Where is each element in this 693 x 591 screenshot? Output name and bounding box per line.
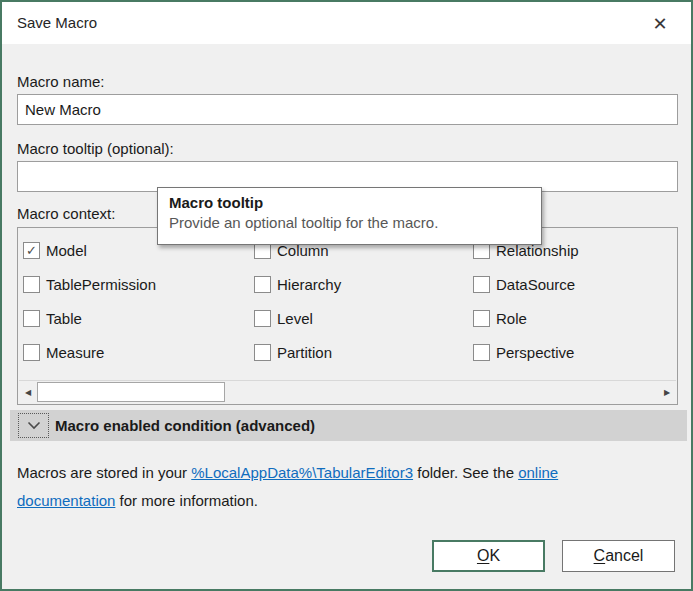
- info-text: Macros are stored in your %LocalAppData%…: [17, 459, 681, 515]
- expander-title: Macro enabled condition (advanced): [55, 417, 315, 434]
- checkbox-label: Table: [46, 310, 82, 327]
- checkbox-table: ✓: [23, 310, 40, 327]
- expander-chevron-button[interactable]: [18, 413, 49, 438]
- checkbox-item-table[interactable]: ✓ Table: [23, 309, 82, 327]
- scroll-right-icon[interactable]: ▶: [658, 381, 676, 403]
- localappdata-folder-link[interactable]: %LocalAppData%\TabularEditor3: [191, 464, 413, 481]
- check-icon: ✓: [26, 244, 37, 257]
- tooltip-popup-title: Macro tooltip: [169, 194, 530, 211]
- checkbox-item-level[interactable]: ✓ Level: [254, 309, 313, 327]
- checkbox-label: Role: [496, 310, 527, 327]
- checkbox-label: TablePermission: [46, 276, 156, 293]
- checkbox-hierarchy: ✓: [254, 276, 271, 293]
- horizontal-scrollbar[interactable]: ◀ ▶: [19, 380, 676, 403]
- macro-context-label: Macro context:: [17, 205, 115, 222]
- chevron-down-icon: [27, 421, 41, 430]
- checkbox-level: ✓: [254, 310, 271, 327]
- checkbox-item-hierarchy[interactable]: ✓ Hierarchy: [254, 275, 341, 293]
- checkbox-perspective: ✓: [473, 344, 490, 361]
- checkbox-item-partition[interactable]: ✓ Partition: [254, 343, 332, 361]
- checkbox-label: Model: [46, 242, 87, 259]
- save-macro-dialog: Save Macro ✕ Macro name: Macro tooltip (…: [0, 0, 693, 591]
- checkbox-item-datasource[interactable]: ✓ DataSource: [473, 275, 575, 293]
- close-button[interactable]: ✕: [641, 8, 679, 40]
- checkbox-partition: ✓: [254, 344, 271, 361]
- checkbox-item-measure[interactable]: ✓ Measure: [23, 343, 104, 361]
- info-text-segment: Macros are stored in your: [17, 464, 191, 481]
- close-icon: ✕: [652, 13, 667, 35]
- info-text-segment: folder. See the: [413, 464, 518, 481]
- checkbox-label: DataSource: [496, 276, 575, 293]
- checkbox-label: Measure: [46, 344, 104, 361]
- ok-button-label: OK: [477, 547, 500, 565]
- checkbox-measure: ✓: [23, 344, 40, 361]
- checkbox-item-model[interactable]: ✓ Model: [23, 241, 87, 259]
- checkbox-label: Hierarchy: [277, 276, 341, 293]
- cancel-button-label: Cancel: [594, 547, 644, 565]
- checkbox-item-role[interactable]: ✓ Role: [473, 309, 527, 327]
- macro-name-label: Macro name:: [17, 73, 105, 90]
- checkbox-datasource: ✓: [473, 276, 490, 293]
- online-documentation-link[interactable]: documentation: [17, 492, 115, 509]
- ok-button[interactable]: OK: [432, 540, 545, 572]
- macro-context-group: ✓ Model ✓ Column ✓ Relationship ✓ TableP…: [17, 227, 678, 405]
- tooltip-popup-body: Provide an optional tooltip for the macr…: [169, 214, 530, 231]
- checkbox-model: ✓: [23, 242, 40, 259]
- checkbox-item-tablepermission[interactable]: ✓ TablePermission: [23, 275, 156, 293]
- tooltip-popup: Macro tooltip Provide an optional toolti…: [157, 187, 542, 245]
- checkbox-label: Level: [277, 310, 313, 327]
- cancel-button[interactable]: Cancel: [562, 540, 675, 572]
- online-documentation-link[interactable]: online: [518, 464, 558, 481]
- macro-tooltip-label: Macro tooltip (optional):: [17, 140, 174, 157]
- info-line-2: documentation for more information.: [17, 487, 681, 515]
- scroll-left-icon[interactable]: ◀: [19, 381, 37, 403]
- title-bar[interactable]: Save Macro: [2, 2, 691, 44]
- expander-header[interactable]: Macro enabled condition (advanced): [10, 410, 687, 441]
- info-line-1: Macros are stored in your %LocalAppData%…: [17, 459, 681, 487]
- checkbox-item-perspective[interactable]: ✓ Perspective: [473, 343, 574, 361]
- dialog-title: Save Macro: [17, 14, 97, 31]
- checkbox-role: ✓: [473, 310, 490, 327]
- info-text-segment: for more information.: [115, 492, 258, 509]
- scrollbar-thumb[interactable]: [37, 382, 225, 402]
- macro-name-input[interactable]: [17, 94, 678, 125]
- checkbox-label: Perspective: [496, 344, 574, 361]
- checkbox-tablepermission: ✓: [23, 276, 40, 293]
- checkbox-label: Partition: [277, 344, 332, 361]
